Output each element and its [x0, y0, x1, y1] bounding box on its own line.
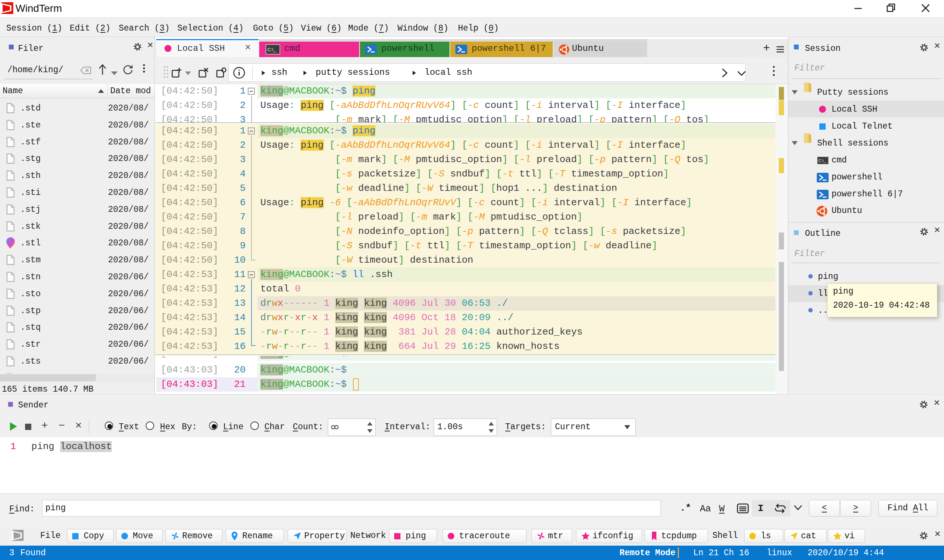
svg-text:C:\_: C:\_ — [819, 158, 826, 163]
svg-text:C:\_: C:\_ — [267, 47, 276, 52]
